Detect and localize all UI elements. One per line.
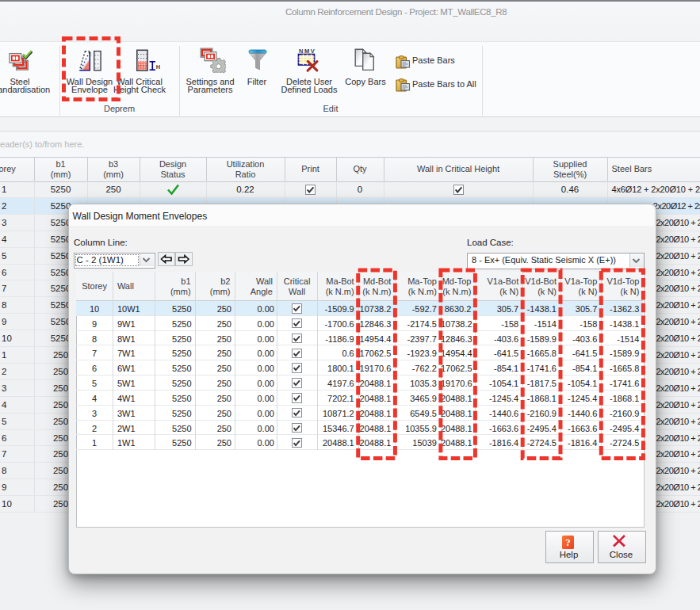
svg-text:H: H (156, 63, 160, 71)
svg-text:?: ? (565, 536, 571, 548)
